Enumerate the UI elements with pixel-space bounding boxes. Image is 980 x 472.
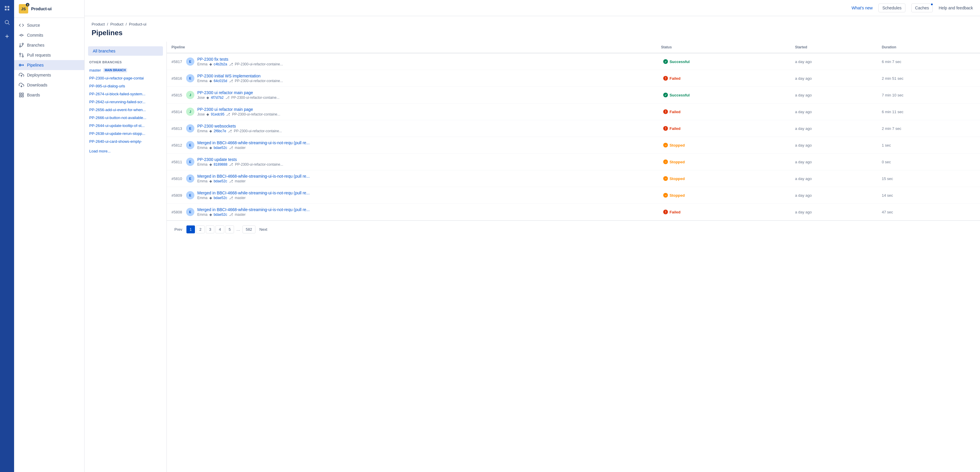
started-cell: a day ago <box>790 137 877 154</box>
branch-list-item[interactable]: PP-2656-add-ui-event-for-when... <box>84 106 167 114</box>
sidebar-item-downloads[interactable]: Downloads <box>14 80 84 90</box>
status-icon: – <box>663 143 668 147</box>
project-header[interactable]: JS 🔒 Product-ui <box>14 0 84 18</box>
help-feedback-link[interactable]: Help and feedback <box>939 6 973 10</box>
avatar: E <box>186 208 194 216</box>
sidebar-deployments-label: Deployments <box>27 73 51 78</box>
lock-icon: 🔒 <box>26 3 29 6</box>
commit-hash: 91edc95 <box>211 112 224 116</box>
prev-button[interactable]: Prev <box>172 226 185 233</box>
pipeline-id: #5812 <box>172 143 183 147</box>
table-header: Pipeline Status Started Duration <box>167 42 980 53</box>
table-row: #5813 E PP-2300 websockets Emma ◆ 2f6bc7… <box>167 120 980 137</box>
svg-rect-20 <box>19 93 21 94</box>
started-cell: a day ago <box>790 70 877 87</box>
page-ellipsis: … <box>235 226 241 233</box>
branch-ref: master <box>235 212 246 217</box>
master-branch-name: master <box>89 68 101 73</box>
pipelines-panel: Pipeline Status Started Duration #5817 E… <box>167 42 980 472</box>
branch-list-item[interactable]: PP-995-ui-dialog-urls <box>84 82 167 90</box>
sidebar-item-branches[interactable]: Branches <box>14 40 84 50</box>
branches-panel: All branches OTHER BRANCHES master MAIN … <box>84 42 167 472</box>
pipeline-name[interactable]: PP-2300 ui refactor main page <box>197 107 280 112</box>
pipeline-name[interactable]: Merged in BBCI-4668-while-streaming-ui-i… <box>197 141 310 145</box>
branch-list-item[interactable]: PP-2640-ui-card-shows-empty- <box>84 138 167 146</box>
pipeline-author: Jose <box>197 112 205 116</box>
page-1-button[interactable]: 1 <box>186 225 195 233</box>
started-cell: a day ago <box>790 103 877 120</box>
pipeline-id: #5816 <box>172 76 183 81</box>
sidebar-navigation: Source Commits Branches Pull requests Pi… <box>14 18 84 102</box>
branch-list-item[interactable]: PP-2666-ui-button-not-available... <box>84 114 167 122</box>
status-badge: – Stopped <box>661 192 687 198</box>
branch-list-item[interactable]: PP-2642-ui-rerunning-failed-scr... <box>84 98 167 106</box>
whats-new-link[interactable]: What's new <box>851 6 873 10</box>
page-3-button[interactable]: 3 <box>206 225 214 233</box>
sidebar-item-source[interactable]: Source <box>14 20 84 30</box>
status-cell: ! Failed <box>656 70 790 87</box>
pipeline-meta: Emma ◆ bdae52c ⎇ master <box>197 146 310 150</box>
status-icon: – <box>663 176 668 181</box>
sidebar-item-boards[interactable]: Boards <box>14 90 84 100</box>
pipeline-name[interactable]: Merged in BBCI-4668-while-streaming-ui-i… <box>197 190 310 195</box>
table-row: #5816 E PP-2300 initial WS implementatio… <box>167 70 980 87</box>
pipeline-name[interactable]: PP-2300 websockets <box>197 124 282 128</box>
sidebar-item-deployments[interactable]: Deployments <box>14 70 84 80</box>
sidebar-item-pipelines[interactable]: Pipelines <box>14 60 84 70</box>
avatar: E <box>186 74 194 82</box>
project-name: Product-ui <box>31 6 52 11</box>
sidebar-item-commits[interactable]: Commits <box>14 30 84 40</box>
caches-button[interactable]: Caches <box>911 3 933 12</box>
project-avatar: JS 🔒 <box>19 4 28 13</box>
status-cell: ✓ Successful <box>656 87 790 103</box>
started-cell: a day ago <box>790 170 877 187</box>
pipeline-id: #5815 <box>172 93 183 97</box>
pipeline-name[interactable]: PP-2300 update tests <box>197 157 283 162</box>
pipeline-id: #5808 <box>172 210 183 214</box>
commit-hash: 2f6bc7e <box>214 129 226 133</box>
pipeline-meta: Emma ◆ bdae52c ⎇ master <box>197 196 310 200</box>
status-cell: ! Failed <box>656 103 790 120</box>
table-row: #5814 J PP-2300 ui refactor main page Jo… <box>167 103 980 120</box>
pipeline-meta: Jose ◆ 4f7d7b2 ⎇ PP-2300-ui-refactor-con… <box>197 95 280 100</box>
page-5-button[interactable]: 5 <box>226 225 234 233</box>
started-cell: a day ago <box>790 53 877 70</box>
load-more-link[interactable]: Load more... <box>84 147 167 156</box>
page-2-button[interactable]: 2 <box>196 225 205 233</box>
content-body: All branches OTHER BRANCHES master MAIN … <box>84 42 980 472</box>
pipeline-author: Emma <box>197 179 208 183</box>
next-button[interactable]: Next <box>256 226 270 233</box>
branch-list-item[interactable]: PP-2644-ui-update-tooltip-of-st... <box>84 122 167 130</box>
all-branches-button[interactable]: All branches <box>88 46 163 56</box>
col-started: Started <box>790 42 877 53</box>
grid-icon[interactable] <box>2 3 12 13</box>
sidebar-item-pull-requests[interactable]: Pull requests <box>14 50 84 60</box>
pipeline-id: #5810 <box>172 176 183 181</box>
status-icon: – <box>663 160 668 164</box>
pipeline-meta: Jose ◆ 91edc95 ⎇ PP-2300-ui-refactor-con… <box>197 112 280 116</box>
svg-rect-22 <box>22 95 24 97</box>
page-4-button[interactable]: 4 <box>215 225 224 233</box>
master-branch-item[interactable]: master MAIN BRANCH <box>84 66 167 74</box>
breadcrumb: Product / Product / Product-ui <box>92 22 973 26</box>
branch-list-item[interactable]: PP-2674-ui-block-failed-system... <box>84 90 167 98</box>
pipeline-name[interactable]: PP-2300 ui refactor main page <box>197 90 280 95</box>
branch-list-item[interactable]: PP-2300-ui-refactor-page-contai <box>84 74 167 82</box>
pipeline-name[interactable]: PP-2300 fix tests <box>197 57 283 62</box>
pipeline-name[interactable]: Merged in BBCI-4668-while-streaming-ui-i… <box>197 207 310 212</box>
search-icon[interactable] <box>2 17 12 27</box>
status-icon: ! <box>663 76 668 81</box>
avatar: E <box>186 158 194 166</box>
pipeline-rows: #5817 E PP-2300 fix tests Emma ◆ c4b2b2a… <box>167 53 980 220</box>
page-last-button[interactable]: 582 <box>242 225 255 233</box>
branch-list-item[interactable]: PP-2638-ui-update-rerun-stopp... <box>84 130 167 138</box>
sidebar: JS 🔒 Product-ui Source Commits Branches … <box>14 0 84 472</box>
plus-icon[interactable] <box>2 32 12 41</box>
status-badge: – Stopped <box>661 158 687 165</box>
pipeline-name[interactable]: PP-2300 initial WS implementation <box>197 74 283 78</box>
commit-hash: c4b2b2a <box>214 62 227 66</box>
status-badge: ! Failed <box>661 75 683 81</box>
schedules-button[interactable]: Schedules <box>878 3 905 12</box>
status-icon: ! <box>663 109 668 114</box>
pipeline-name[interactable]: Merged in BBCI-4668-while-streaming-ui-i… <box>197 174 310 179</box>
